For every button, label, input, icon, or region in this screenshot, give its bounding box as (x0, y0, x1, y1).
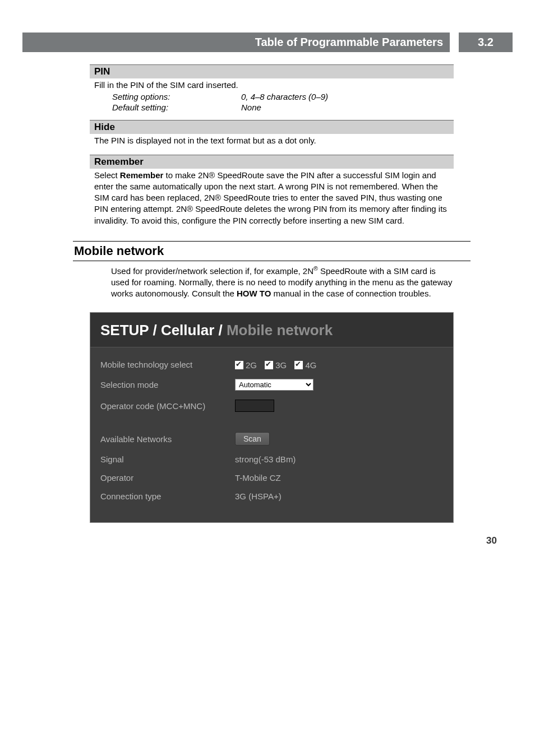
header-title: Table of Programmable Parameters (22, 33, 450, 52)
remember-heading: Remember (90, 155, 454, 169)
mobile-network-heading: Mobile network (73, 241, 471, 261)
checkbox-3g[interactable] (265, 361, 273, 369)
mobile-network-screenshot: SETUP / Cellular / Mobile network Mobile… (90, 312, 454, 523)
default-setting-label: Default setting: (112, 103, 241, 112)
hide-description: The PIN is displayed not in the text for… (90, 134, 454, 146)
signal-row: Signal strong(-53 dBm) (100, 450, 443, 469)
breadcrumb-path: SETUP / Cellular / (100, 322, 227, 338)
pin-heading: PIN (90, 64, 454, 78)
operator-label: Operator (100, 473, 235, 483)
tech-select-label: Mobile technology select (100, 360, 235, 369)
header-section-number: 3.2 (459, 33, 513, 52)
scan-button[interactable]: Scan (235, 432, 270, 446)
pin-default-row: Default setting: None (90, 103, 454, 112)
pin-description: Fill in the PIN of the SIM card inserted… (90, 78, 454, 91)
mobile-text-a: Used for provider/network selection if, … (111, 266, 313, 276)
selection-mode-dropdown[interactable]: Automatic (235, 379, 313, 391)
pin-setting-row: Setting options: 0, 4–8 characters (0–9) (90, 92, 454, 101)
operator-row: Operator T-Mobile CZ (100, 469, 443, 487)
operator-value: T-Mobile CZ (235, 473, 281, 483)
remember-bold: Remember (120, 170, 164, 180)
screenshot-body: Mobile technology select 2G 3G 4G Select… (90, 347, 453, 523)
mobile-howto-bold: HOW TO (237, 289, 271, 298)
connection-type-value: 3G (HSPA+) (235, 491, 282, 501)
connection-type-row: Connection type 3G (HSPA+) (100, 487, 443, 505)
screenshot-breadcrumb: SETUP / Cellular / Mobile network (90, 313, 453, 347)
operator-code-label: Operator code (MCC+MNC) (100, 401, 235, 411)
registered-mark: ® (313, 265, 318, 272)
available-networks-row: Available Networks Scan (100, 428, 443, 450)
tech-select-options: 2G 3G 4G (235, 360, 322, 370)
checkbox-4g[interactable] (294, 361, 303, 369)
breadcrumb-current: Mobile network (227, 322, 333, 338)
mobile-text-c: manual in the case of connection trouble… (271, 289, 431, 298)
setting-options-label: Setting options: (112, 92, 241, 101)
setting-options-value: 0, 4–8 characters (0–9) (241, 92, 328, 101)
mobile-network-description: Used for provider/network selection if, … (90, 265, 454, 300)
remember-description: Select Remember to make 2N® SpeedRoute s… (90, 169, 454, 226)
default-setting-value: None (241, 103, 261, 112)
page-header: Table of Programmable Parameters 3.2 (0, 33, 535, 52)
hide-heading: Hide (90, 120, 454, 134)
available-networks-label: Available Networks (100, 434, 235, 444)
signal-value: strong(-53 dBm) (235, 454, 296, 464)
content-area: PIN Fill in the PIN of the SIM card inse… (90, 64, 454, 523)
connection-type-label: Connection type (100, 491, 235, 501)
signal-label: Signal (100, 454, 235, 464)
checkbox-2g[interactable] (235, 361, 243, 369)
operator-code-input[interactable] (235, 400, 274, 412)
tech-select-row: Mobile technology select 2G 3G 4G (100, 355, 443, 375)
selection-mode-label: Selection mode (100, 380, 235, 389)
label-3g: 3G (275, 360, 287, 370)
remember-text-a: Select (94, 170, 120, 180)
selection-mode-row: Selection mode Automatic (100, 374, 443, 395)
operator-code-row: Operator code (MCC+MNC) (100, 395, 443, 416)
label-2g: 2G (246, 360, 257, 370)
label-4g: 4G (305, 360, 316, 370)
page-number: 30 (486, 535, 497, 546)
